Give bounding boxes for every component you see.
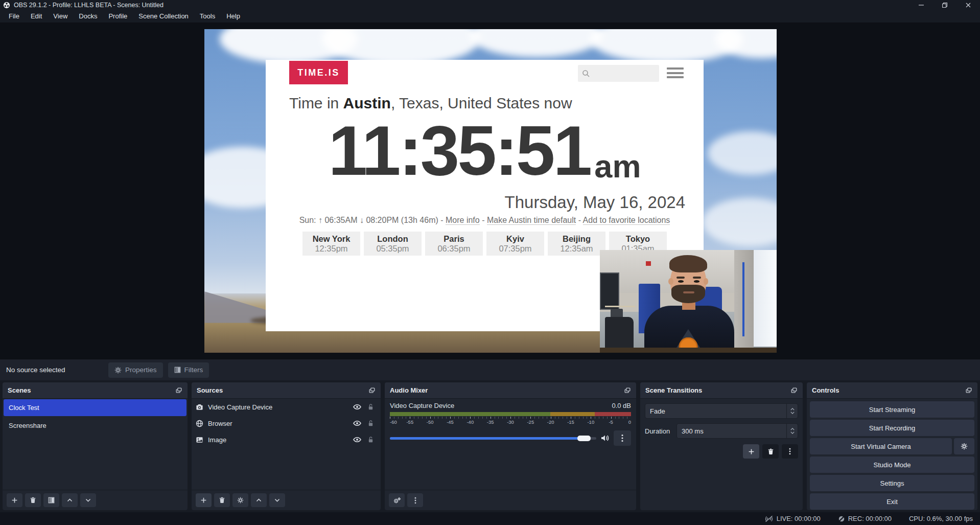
obs-window: OBS 29.1.2 - Profile: LLHLS BETA - Scene… (0, 0, 980, 525)
eye-icon[interactable] (350, 436, 364, 444)
duration-spinner-icon[interactable] (786, 424, 798, 438)
lock-icon[interactable] (364, 420, 377, 427)
obs-logo-icon (3, 2, 10, 9)
source-move-down-button[interactable] (269, 493, 285, 507)
clock-time: 11:35:51 (329, 115, 591, 186)
select-spinner-icon[interactable] (786, 404, 798, 418)
timeis-heading: Time in Austin, Texas, United States now (289, 95, 704, 112)
menu-tools[interactable]: Tools (194, 10, 221, 22)
globe-icon (196, 420, 208, 427)
start-virtual-camera-button[interactable]: Start Virtual Camera (810, 438, 952, 454)
advanced-audio-button[interactable] (389, 493, 405, 507)
favorite-link: Add to favorite locations (583, 216, 670, 225)
exit-button[interactable]: Exit (810, 493, 974, 510)
cpu-fps-status: CPU: 0.6%, 30.00 fps (909, 515, 973, 522)
scene-item-clock-test[interactable]: Clock Test (4, 399, 186, 416)
menu-profile[interactable]: Profile (103, 10, 133, 22)
bright-windows (754, 250, 777, 347)
eye-icon[interactable] (350, 419, 364, 427)
menu-edit[interactable]: Edit (25, 10, 48, 22)
add-source-button[interactable] (196, 493, 212, 507)
office-window (600, 272, 619, 309)
mixer-db-value: 0.0 dB (612, 402, 631, 409)
source-row-video-capture[interactable]: Video Capture Device (192, 399, 381, 415)
scene-move-up-button[interactable] (62, 493, 78, 507)
popout-icon[interactable] (965, 387, 972, 394)
popout-icon[interactable] (624, 387, 631, 394)
add-scene-button[interactable] (7, 493, 22, 507)
source-selection-status: No source selected (6, 366, 108, 374)
add-transition-button[interactable] (743, 444, 759, 459)
controls-title: Controls (812, 386, 839, 394)
popout-icon[interactable] (175, 387, 182, 394)
source-row-image[interactable]: Image (192, 431, 381, 448)
menu-file[interactable]: File (3, 10, 25, 22)
source-toolbar: No source selected Properties Filters (0, 359, 980, 380)
mixer-menu-button[interactable] (407, 493, 423, 507)
eye-icon[interactable] (350, 403, 364, 411)
audio-mixer-title: Audio Mixer (390, 386, 428, 394)
lock-icon[interactable] (364, 436, 377, 443)
city-box: London05:35pm (364, 232, 422, 256)
popout-icon[interactable] (790, 387, 798, 394)
city-box: Kyiv07:35pm (486, 232, 544, 256)
popout-icon[interactable] (368, 387, 376, 394)
rec-inactive-icon (838, 515, 845, 522)
remove-scene-button[interactable] (25, 493, 41, 507)
mixer-channel-menu-button[interactable] (614, 430, 631, 446)
meter-scale: -60 -55 -50 -45 -40 -35 -30 -25 -20 -15 … (390, 419, 631, 426)
transition-select[interactable]: Fade (645, 403, 798, 419)
city-box: Beijing12:35am (548, 232, 605, 256)
timeis-logo: TIME.IS (289, 61, 348, 84)
sources-panel: Sources Video Capture Device Browser (192, 382, 381, 510)
remove-transition-button[interactable] (762, 444, 779, 459)
titlebar: OBS 29.1.2 - Profile: LLHLS BETA - Scene… (0, 0, 980, 10)
scene-preview[interactable]: TIME.IS Time in Austin, Texas, United St… (204, 29, 777, 353)
live-timer: LIVE: 00:00:00 (777, 515, 821, 522)
volume-slider-handle[interactable] (577, 436, 591, 441)
duration-input[interactable]: 300 ms (676, 423, 798, 439)
virtual-camera-settings-button[interactable] (954, 438, 974, 454)
lock-icon[interactable] (364, 403, 377, 410)
remove-source-button[interactable] (214, 493, 230, 507)
source-move-up-button[interactable] (251, 493, 267, 507)
scene-item-screenshare[interactable]: Screenshare (4, 417, 186, 434)
menu-view[interactable]: View (48, 10, 73, 22)
menu-scene-collection[interactable]: Scene Collection (133, 10, 194, 22)
transition-menu-button[interactable] (782, 444, 798, 459)
scene-move-down-button[interactable] (80, 493, 96, 507)
menu-help[interactable]: Help (221, 10, 246, 22)
restore-button[interactable] (933, 0, 956, 10)
studio-mode-button[interactable]: Studio Mode (810, 456, 974, 473)
clock-meridiem: am (594, 150, 641, 182)
exit-sign (646, 261, 651, 266)
scenes-title: Scenes (8, 386, 31, 394)
timeis-date: Thursday, May 16, 2024 (266, 193, 704, 212)
search-input (578, 65, 659, 82)
minimize-button[interactable] (909, 0, 933, 10)
gear-icon (114, 367, 122, 374)
scene-filters-button[interactable] (43, 493, 59, 507)
properties-button[interactable]: Properties (108, 362, 163, 378)
search-icon (582, 70, 590, 78)
source-properties-button[interactable] (232, 493, 248, 507)
webcam-video (600, 250, 777, 353)
filters-icon (174, 367, 181, 373)
volume-meter (390, 412, 631, 416)
timeis-sun-line: Sun: ↑ 06:35AM ↓ 08:20PM (13h 46m) - Mor… (266, 216, 704, 225)
filters-button[interactable]: Filters (168, 362, 209, 378)
timeis-clock: 11:35:51 am (266, 110, 704, 186)
gear-icon (961, 443, 968, 450)
city-box: New York12:35pm (302, 232, 360, 256)
source-row-browser[interactable]: Browser (192, 415, 381, 431)
close-button[interactable] (956, 0, 980, 10)
speaker-icon[interactable] (600, 434, 610, 442)
settings-button[interactable]: Settings (810, 475, 974, 491)
preview-canvas: TIME.IS Time in Austin, Texas, United St… (0, 22, 980, 359)
volume-slider[interactable] (390, 437, 596, 440)
start-streaming-button[interactable]: Start Streaming (810, 401, 974, 418)
menu-docks[interactable]: Docks (73, 10, 103, 22)
meter-ticks (390, 417, 631, 419)
audio-mixer-panel: Audio Mixer Video Capture Device 0.0 dB … (385, 382, 636, 510)
start-recording-button[interactable]: Start Recording (810, 420, 974, 436)
